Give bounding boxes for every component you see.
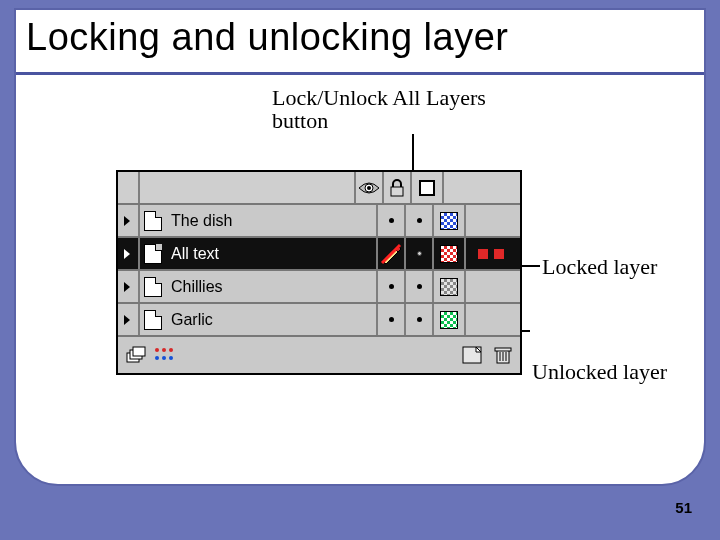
swatch-cell[interactable] bbox=[434, 238, 466, 269]
svg-point-11 bbox=[162, 356, 166, 360]
layer-name-cell[interactable]: All text bbox=[140, 238, 378, 269]
layer-thumbnail-icon bbox=[144, 310, 162, 330]
checkbox-icon bbox=[419, 180, 435, 196]
swatch-icon bbox=[440, 311, 458, 329]
padlock-icon bbox=[389, 179, 405, 197]
svg-rect-15 bbox=[495, 348, 511, 351]
eye-icon bbox=[358, 180, 380, 196]
callout-line-to-lock-button bbox=[412, 134, 414, 174]
lock-toggle[interactable] bbox=[406, 205, 434, 236]
triangle-right-icon bbox=[124, 249, 130, 259]
svg-point-1 bbox=[367, 186, 371, 190]
caption-unlocked-layer: Unlocked layer bbox=[532, 360, 667, 383]
layers-panel-footer bbox=[118, 337, 520, 373]
dot-icon bbox=[417, 284, 422, 289]
visibility-toggle[interactable] bbox=[378, 205, 406, 236]
new-layer-button[interactable] bbox=[462, 346, 482, 364]
svg-point-9 bbox=[169, 348, 173, 352]
swatch-cell[interactable] bbox=[434, 205, 466, 236]
header-spacer-left bbox=[118, 172, 140, 203]
dot-icon bbox=[389, 284, 394, 289]
dot-icon bbox=[389, 317, 394, 322]
title-divider bbox=[16, 72, 704, 75]
layers-stack-icon[interactable] bbox=[124, 345, 146, 365]
visibility-toggle[interactable] bbox=[378, 238, 406, 269]
row-end bbox=[466, 205, 516, 236]
slide-card: Locking and unlocking layer Lock/Unlock … bbox=[14, 8, 706, 486]
svg-point-10 bbox=[155, 356, 159, 360]
layer-row[interactable]: Garlic bbox=[118, 304, 520, 337]
dot-icon bbox=[417, 218, 422, 223]
header-blank bbox=[140, 172, 356, 203]
dot-icon bbox=[417, 251, 422, 256]
dotted-ab-icon[interactable] bbox=[154, 346, 186, 364]
swatch-cell[interactable] bbox=[434, 271, 466, 302]
slide-title: Locking and unlocking layer bbox=[26, 16, 508, 59]
layer-name-label: The dish bbox=[171, 212, 232, 230]
row-end bbox=[466, 271, 516, 302]
lock-toggle[interactable] bbox=[406, 238, 434, 269]
layer-name-cell[interactable]: Garlic bbox=[140, 304, 378, 335]
expand-toggle[interactable] bbox=[118, 304, 140, 335]
row-end bbox=[466, 304, 516, 335]
dot-icon bbox=[389, 218, 394, 223]
lock-all-layers-button[interactable] bbox=[384, 172, 412, 203]
selection-square-icon bbox=[494, 249, 504, 259]
layers-panel: The dish All text bbox=[116, 170, 522, 375]
layer-name-label: All text bbox=[171, 245, 219, 263]
new-layer-icon bbox=[462, 346, 482, 364]
layer-thumbnail-icon bbox=[144, 244, 162, 264]
pen-locked-icon bbox=[380, 243, 402, 265]
svg-point-12 bbox=[169, 356, 173, 360]
trash-icon bbox=[494, 345, 512, 365]
layer-name-cell[interactable]: The dish bbox=[140, 205, 378, 236]
swatch-icon bbox=[440, 212, 458, 230]
selection-indicator bbox=[466, 238, 516, 269]
visibility-toggle[interactable] bbox=[378, 271, 406, 302]
swatch-icon bbox=[440, 278, 458, 296]
caption-locked-layer: Locked layer bbox=[542, 255, 657, 278]
triangle-right-icon bbox=[124, 315, 130, 325]
layer-row[interactable]: Chillies bbox=[118, 271, 520, 304]
swatch-cell[interactable] bbox=[434, 304, 466, 335]
swatch-icon bbox=[440, 245, 458, 263]
dot-icon bbox=[417, 317, 422, 322]
lock-all-checkbox[interactable] bbox=[412, 172, 444, 203]
triangle-right-icon bbox=[124, 216, 130, 226]
svg-point-8 bbox=[162, 348, 166, 352]
caption-lock-all: Lock/Unlock All Layers button bbox=[272, 86, 492, 132]
page-number: 51 bbox=[675, 499, 692, 516]
layers-panel-header bbox=[118, 172, 520, 205]
expand-toggle[interactable] bbox=[118, 238, 140, 269]
lock-toggle[interactable] bbox=[406, 271, 434, 302]
expand-toggle[interactable] bbox=[118, 271, 140, 302]
svg-rect-6 bbox=[133, 347, 145, 356]
layer-thumbnail-icon bbox=[144, 211, 162, 231]
expand-toggle[interactable] bbox=[118, 205, 140, 236]
layer-row[interactable]: The dish bbox=[118, 205, 520, 238]
layer-thumbnail-icon bbox=[144, 277, 162, 297]
header-end bbox=[444, 172, 494, 203]
visibility-toggle[interactable] bbox=[378, 304, 406, 335]
layer-row[interactable]: All text bbox=[118, 238, 520, 271]
layer-name-cell[interactable]: Chillies bbox=[140, 271, 378, 302]
selection-square-icon bbox=[478, 249, 488, 259]
visibility-column-header[interactable] bbox=[356, 172, 384, 203]
layer-name-label: Chillies bbox=[171, 278, 223, 296]
delete-layer-button[interactable] bbox=[494, 345, 512, 365]
svg-line-3 bbox=[382, 245, 400, 263]
lock-toggle[interactable] bbox=[406, 304, 434, 335]
layer-name-label: Garlic bbox=[171, 311, 213, 329]
triangle-right-icon bbox=[124, 282, 130, 292]
svg-point-7 bbox=[155, 348, 159, 352]
svg-rect-2 bbox=[391, 187, 403, 196]
